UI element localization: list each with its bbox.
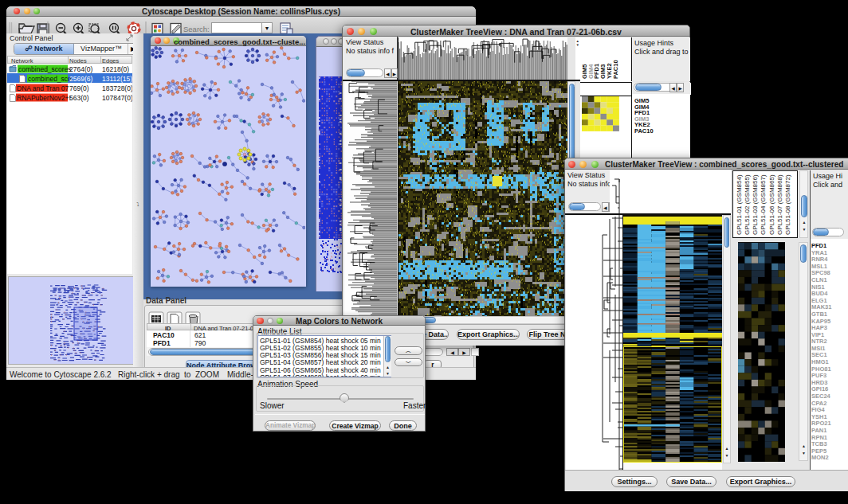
- svg-text:2569(6): 2569(6): [69, 75, 92, 83]
- svg-text:183728(0): 183728(0): [102, 84, 132, 92]
- svg-text:769(0): 769(0): [69, 84, 89, 92]
- svg-text:RNAPuberNov2+!: RNAPuberNov2+!: [17, 94, 71, 102]
- svg-text:combined_sco: combined_sco: [28, 75, 72, 83]
- svg-text:13112(15): 13112(15): [102, 75, 132, 83]
- svg-text:107847(0): 107847(0): [102, 94, 132, 102]
- svg-text:563(0): 563(0): [69, 94, 89, 102]
- svg-text:Search:: Search:: [183, 25, 210, 33]
- svg-text:16218(0): 16218(0): [102, 65, 129, 73]
- svg-text:2764(0): 2764(0): [69, 65, 92, 73]
- svg-text:DNA and Tran 07: DNA and Tran 07: [17, 84, 69, 92]
- svg-text:combined_scores: combined_scores: [18, 65, 72, 73]
